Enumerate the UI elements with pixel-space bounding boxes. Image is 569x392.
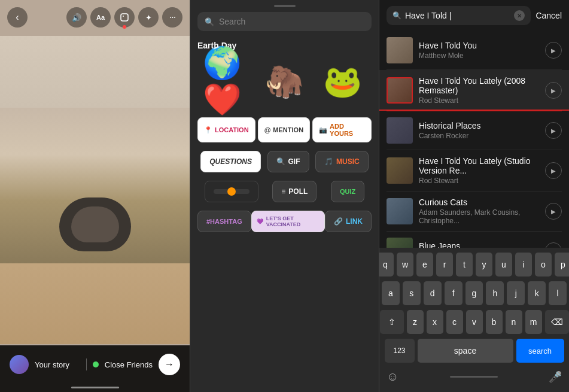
search-key[interactable]: search (516, 339, 564, 363)
search-icon: 🔍 (392, 11, 401, 20)
close-friends-label: Close Friends (105, 360, 153, 369)
key-z[interactable]: z (407, 310, 424, 334)
slider-badge[interactable] (205, 181, 258, 202)
search-icon: 🔍 (205, 17, 214, 26)
sticker-elephant[interactable]: 🦣 (261, 57, 309, 105)
poll-badge[interactable]: ≡ POLL (272, 181, 317, 202)
sheet-handle (274, 5, 296, 7)
emoji-button[interactable]: ☺ (387, 370, 398, 384)
play-button[interactable]: ▶ (545, 42, 562, 59)
sticker-tool-button[interactable] (114, 7, 135, 28)
key-y[interactable]: y (476, 253, 492, 276)
search-input-wrapper[interactable]: 🔍 ✕ (387, 6, 531, 25)
key-h[interactable]: h (486, 281, 504, 305)
questions-badge[interactable]: QUESTIONS (200, 151, 261, 172)
key-j[interactable]: j (507, 281, 525, 305)
back-button[interactable]: ‹ (7, 7, 28, 28)
song-thumbnail (387, 117, 413, 144)
sticker-frog[interactable]: 🐸 (319, 57, 367, 105)
clear-search-button[interactable]: ✕ (514, 10, 525, 21)
play-button[interactable]: ▶ (545, 82, 562, 99)
location-icon: 📍 (204, 126, 212, 134)
key-p[interactable]: p (555, 253, 569, 276)
song-item[interactable]: Curious Cats Adam Saunders, Mark Cousins… (379, 192, 569, 231)
shift-key[interactable]: ⇧ (380, 310, 404, 334)
key-l[interactable]: l (549, 281, 567, 305)
quiz-label: QUIZ (340, 188, 355, 195)
story-editor-panel: ‹ 🔊 Aa ✦ ··· Your story Close Friends → (0, 0, 190, 392)
key-d[interactable]: d (424, 281, 442, 305)
next-button[interactable]: → (159, 354, 180, 375)
play-button[interactable]: ▶ (545, 122, 562, 139)
camera-icon: 📷 (319, 126, 327, 134)
mention-badge[interactable]: @ MENTION (258, 117, 310, 142)
key-t[interactable]: t (456, 253, 473, 276)
key-n[interactable]: n (506, 310, 522, 334)
song-item[interactable]: Have I Told You Matthew Mole ▶ (379, 31, 569, 69)
song-title: Blue Jeans (419, 241, 539, 248)
key-f[interactable]: f (445, 281, 462, 305)
hashtag-label: #HASHTAG (206, 218, 242, 225)
key-q[interactable]: q (377, 253, 394, 276)
more-tool-button[interactable]: ··· (162, 7, 182, 28)
backspace-key[interactable]: ⌫ (545, 310, 569, 334)
sticker-search-bar[interactable]: 🔍 Search (197, 12, 372, 31)
music-badge[interactable]: 🎵 MUSIC (315, 151, 369, 172)
song-title: Historical Places (419, 121, 539, 130)
key-s[interactable]: s (403, 281, 421, 305)
search-input[interactable] (405, 11, 510, 20)
row4-badges: #HASHTAG 💜 LET'S GET VACCINATED 🔗 LINK (190, 208, 379, 238)
cancel-button[interactable]: Cancel (535, 11, 562, 20)
effects-tool-button[interactable]: ✦ (138, 7, 159, 28)
keyboard: q w e r t y u i o p a s d f g h j k l ⇧ … (379, 248, 569, 392)
numbers-key[interactable]: 123 (385, 339, 415, 363)
key-r[interactable]: r (436, 253, 453, 276)
text-tool-button[interactable]: Aa (90, 7, 111, 28)
location-badge[interactable]: 📍 LOCATION (197, 117, 255, 142)
quiz-badge[interactable]: QUIZ (331, 181, 364, 202)
interactive-badges-row: 📍 LOCATION @ MENTION 📷 ADD YOURS (190, 115, 379, 148)
gif-badge[interactable]: 🔍 GIF (267, 151, 309, 172)
key-e[interactable]: e (416, 253, 433, 276)
key-g[interactable]: g (465, 281, 483, 305)
song-info: Curious Cats Adam Saunders, Mark Cousins… (419, 197, 539, 225)
music-search-bar: 🔍 ✕ Cancel (379, 0, 569, 31)
vaccinated-badge[interactable]: 💜 LET'S GET VACCINATED (251, 211, 325, 232)
key-a[interactable]: a (382, 281, 400, 305)
key-u[interactable]: u (495, 253, 512, 276)
link-badge[interactable]: 🔗 LINK (325, 211, 372, 232)
row3-badges: ≡ POLL QUIZ (190, 178, 379, 208)
key-o[interactable]: o (535, 253, 552, 276)
home-indicator (450, 376, 498, 378)
song-item[interactable]: Have I Told You Lately (Studio Version R… (379, 150, 569, 191)
seal-image (0, 108, 190, 263)
microphone-button[interactable]: 🎤 (549, 370, 562, 384)
song-item-selected[interactable]: Have I Told You Lately (2008 Remaster) R… (379, 70, 569, 111)
song-artist: Rod Stewart (419, 96, 539, 105)
key-c[interactable]: c (446, 310, 463, 334)
song-artist: Matthew Mole (419, 51, 539, 60)
song-item[interactable]: Blue Jeans GANGGA ▶ (379, 232, 569, 248)
key-x[interactable]: x (427, 310, 443, 334)
key-m[interactable]: m (525, 310, 542, 334)
link-icon: 🔗 (334, 217, 343, 226)
key-k[interactable]: k (528, 281, 546, 305)
key-b[interactable]: b (486, 310, 503, 334)
sound-tool-button[interactable]: 🔊 (66, 7, 87, 28)
song-info: Historical Places Carsten Rocker (419, 121, 539, 140)
hashtag-badge[interactable]: #HASHTAG (197, 211, 251, 232)
music-icon: 🎵 (324, 157, 333, 166)
play-button[interactable]: ▶ (545, 242, 562, 248)
keyboard-row-3: ⇧ z x c v b n m ⌫ (382, 310, 567, 334)
key-v[interactable]: v (466, 310, 483, 334)
song-item[interactable]: Historical Places Carsten Rocker ▶ (379, 111, 569, 150)
key-i[interactable]: i (515, 253, 532, 276)
earth-day-stickers: 🌍❤️ 🦣 🐸 (190, 55, 379, 115)
space-key[interactable]: space (418, 339, 513, 363)
sticker-earth-heart[interactable]: 🌍❤️ (203, 57, 251, 105)
key-w[interactable]: w (397, 253, 413, 276)
add-yours-badge[interactable]: 📷 ADD YOURS (312, 117, 372, 142)
play-button[interactable]: ▶ (545, 162, 562, 179)
song-thumbnail (387, 157, 413, 184)
play-button[interactable]: ▶ (545, 203, 562, 220)
